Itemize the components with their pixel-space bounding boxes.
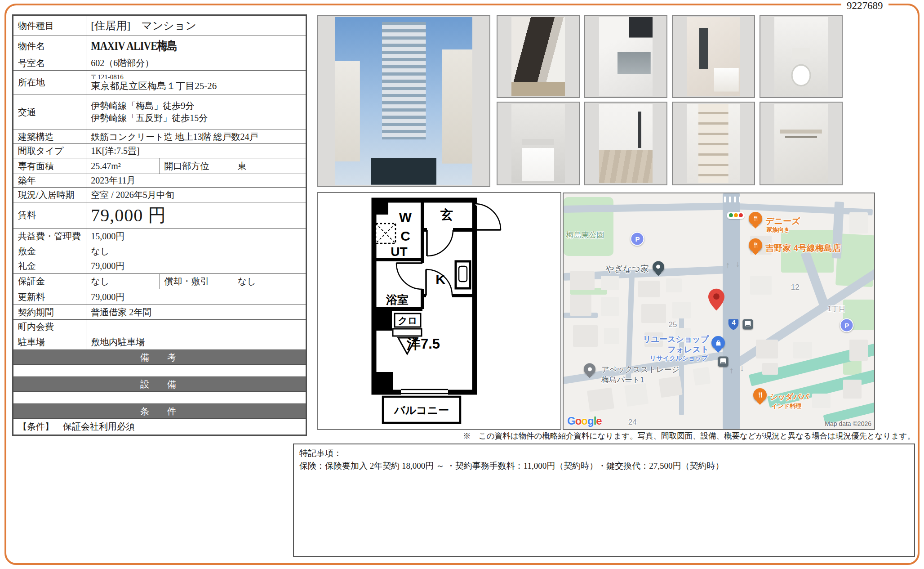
map-label: 12	[791, 283, 800, 292]
map-label: 吉野家 4号線梅島店	[765, 242, 841, 254]
row-value: 79,000円	[86, 289, 307, 305]
kitchen-image	[599, 17, 653, 96]
spec-row: 敷金なし	[13, 244, 307, 258]
spec-row: 築年2023年11月	[13, 174, 307, 188]
plan-label-bath: 浴室	[386, 293, 409, 306]
plan-label-wc-c: C	[400, 228, 410, 243]
row-label-2: 開口部方位	[160, 158, 233, 174]
notes-title: 特記事項：	[299, 447, 909, 460]
map-label: 24	[628, 418, 637, 427]
row-label: 所在地	[13, 71, 86, 94]
map-building	[793, 342, 812, 358]
notes-body: 保険：保険要加入 2年契約 18,000円 ～ ・契約事務手数料：11,000円…	[299, 460, 909, 472]
traffic-light-icon	[727, 212, 745, 219]
row-label-2: 償却・敷引	[160, 274, 233, 289]
row-label: 更新料	[13, 289, 86, 305]
row-value: 79,000円	[86, 258, 307, 274]
map-building	[638, 281, 660, 297]
map-label: 梅島パート1	[601, 375, 644, 385]
photo-room	[584, 102, 667, 185]
section-header-setsubi: 設 備	[13, 377, 307, 392]
spec-row: 建築構造鉄筋コンクリート造 地上13階 総戸数24戸	[13, 130, 307, 144]
plan-label-closet: クロ	[398, 315, 418, 326]
map-label: リユースショップ	[643, 334, 709, 345]
map-building	[672, 302, 691, 318]
spec-row: 専有面積25.47m²開口部方位東	[13, 158, 307, 174]
row-label: 物件名	[13, 36, 86, 56]
row-label: 礼金	[13, 258, 86, 274]
photo-bathroom	[672, 15, 755, 98]
row-label: 現況/入居時期	[13, 188, 86, 202]
row-label: 専有面積	[13, 158, 86, 174]
row-value: MAXIV ALIVE梅島	[86, 36, 307, 56]
photo-kitchen	[584, 15, 667, 98]
row-label: 駐車場	[13, 334, 86, 350]
section-header-biko: 備 考	[13, 350, 307, 365]
map-building	[624, 383, 649, 407]
row-value	[86, 320, 307, 334]
row-value: なし	[86, 244, 307, 258]
row-label: 契約期間	[13, 305, 86, 320]
map-attribution: Map data ©2026	[825, 420, 871, 427]
row-value-2: 東	[233, 158, 306, 174]
property-location-pin-icon	[708, 288, 724, 313]
road-direction-arrow: ↓	[736, 259, 740, 269]
map-building	[666, 278, 682, 292]
spec-row: 保証金なし償却・敷引なし	[13, 274, 307, 289]
spec-row: 更新料79,000円	[13, 289, 307, 305]
map-label: インド料理	[772, 402, 801, 410]
road-direction-arrow: ↑	[726, 260, 730, 270]
spec-row: 駐車場敷地内駐車場	[13, 334, 307, 350]
map-label: 家族向き	[766, 226, 790, 234]
section-header-joken: 条 件	[13, 404, 307, 419]
property-sheet: 9227689 物件種目[住居用] マンション物件名MAXIV ALIVE梅島号…	[0, 0, 924, 569]
spec-row: 礼金79,000円	[13, 258, 307, 274]
spec-row: 号室名602（6階部分）	[13, 56, 307, 71]
location-map: 4 梅島東公園やぎなつ家デニーズ家族向き吉野家 4号線梅島店リユースショップフォ…	[563, 193, 875, 430]
row-value: なし	[86, 274, 160, 289]
map-label: シッダパパ	[770, 392, 809, 402]
photo-entrance	[497, 15, 580, 98]
map-road-route4	[723, 193, 740, 429]
row-value: 空室 / 2026年5月中旬	[86, 188, 307, 202]
map-building	[849, 340, 868, 361]
row-value: 鉄筋コンクリート造 地上13階 総戸数24戸	[86, 130, 307, 144]
row-value: 普通借家 2年間	[86, 305, 307, 320]
photo-shelves	[672, 102, 755, 185]
map-building	[601, 297, 619, 316]
row-label: 建築構造	[13, 130, 86, 144]
map-label: リサイクルショップ	[650, 354, 708, 363]
map-building	[570, 271, 595, 290]
map-building	[812, 394, 831, 408]
entrance-image	[511, 17, 565, 96]
row-label: 間取タイプ	[13, 144, 86, 158]
map-building	[843, 380, 862, 399]
bathroom-image	[687, 17, 740, 96]
empty-row	[13, 392, 307, 404]
photo-building-exterior	[317, 15, 490, 187]
google-logo: Google	[567, 415, 602, 427]
shelves-image	[687, 104, 740, 183]
photo-toilet	[760, 15, 843, 98]
value-text: [住居用] マンション	[91, 20, 196, 31]
spec-row: 交通伊勢崎線「梅島」徒歩9分伊勢崎線「五反野」徒歩15分	[13, 94, 307, 130]
washbasin-image	[511, 104, 565, 183]
row-value: 15,000円	[86, 228, 307, 244]
spec-row: 共益費・管理費15,000円	[13, 228, 307, 244]
row-label: 賃料	[13, 202, 86, 228]
route-number: 4	[727, 318, 740, 326]
map-label: 25	[669, 320, 677, 329]
shopping-pin-icon	[711, 336, 725, 349]
spec-row: 物件名MAXIV ALIVE梅島	[13, 36, 307, 56]
parking-icon: P	[840, 318, 854, 332]
plan-label-ut: UT	[391, 245, 407, 259]
map-label: 1丁目	[827, 305, 846, 314]
map-building	[762, 363, 778, 375]
conditions-text: 【条件】 保証会社利用必須	[13, 419, 307, 435]
plan-label-kitchen: K	[435, 272, 445, 287]
spec-row: 契約期間普通借家 2年間	[13, 305, 307, 320]
row-value-2: なし	[233, 274, 306, 289]
plan-label-wc-w: W	[399, 210, 412, 224]
map-building	[849, 212, 868, 233]
row-value: 602（6階部分）	[86, 56, 307, 71]
